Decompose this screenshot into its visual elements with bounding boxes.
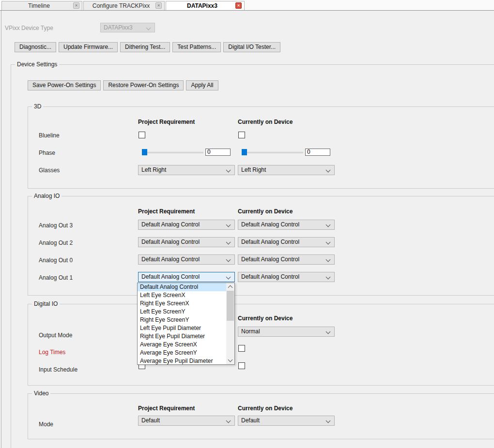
- diagnostic-button[interactable]: Diagnostic...: [15, 42, 56, 52]
- analog-io-section-title: Analog IO: [32, 193, 62, 199]
- chevron-down-icon: [226, 240, 231, 245]
- vpixx-device-type-select: DATAPixx3: [100, 23, 155, 32]
- 3d-section-title: 3D: [32, 103, 43, 110]
- chevron-down-icon: [226, 223, 231, 227]
- phase-project-slider-handle[interactable]: [142, 149, 147, 155]
- digital-io-section-title: Digital IO: [32, 300, 60, 307]
- analog-out-1-dropdown-list: Default Analog Control Left Eye ScreenX …: [137, 283, 235, 365]
- tab-bar: Timeline ✕ Configure TRACKPixx ✕ DATAPix…: [0, 0, 494, 11]
- tab-configure-trackpixx[interactable]: Configure TRACKPixx ✕: [83, 1, 165, 10]
- glasses-project-select[interactable]: Left Right: [138, 165, 235, 175]
- video-mode-label: Mode: [39, 421, 53, 428]
- test-patterns-button[interactable]: Test Patterns...: [172, 42, 221, 52]
- analog-out-3-device-select[interactable]: Default Analog Control: [238, 220, 335, 230]
- output-mode-device-value: Normal: [241, 328, 260, 335]
- chevron-down-icon: [326, 168, 331, 173]
- glasses-device-value: Left Right: [241, 166, 266, 173]
- chevron-down-icon: [326, 223, 331, 227]
- chevron-down-icon: [326, 257, 331, 262]
- chevron-down-icon: [326, 240, 331, 245]
- video-mode-device-value: Default: [241, 417, 260, 424]
- dropdown-option[interactable]: Left Eye ScreenX: [138, 291, 226, 299]
- analog-out-0-project-select[interactable]: Default Analog Control: [138, 254, 235, 265]
- analog-out-0-project-value: Default Analog Control: [141, 256, 200, 263]
- blueline-label: Blueline: [39, 132, 60, 139]
- input-schedule-label: Input Schedule: [39, 366, 77, 373]
- blueline-device-checkbox[interactable]: [238, 132, 245, 138]
- analog-out-1-project-value: Default Analog Control: [141, 273, 200, 280]
- chevron-down-icon: [226, 168, 231, 173]
- glasses-device-select[interactable]: Left Right: [238, 165, 335, 175]
- analog-out-0-device-value: Default Analog Control: [241, 256, 299, 263]
- video-mode-project-select[interactable]: Default: [138, 416, 235, 426]
- tab-timeline[interactable]: Timeline ✕: [1, 1, 82, 10]
- video-project-requirement-header: Project Requirement: [138, 405, 195, 412]
- phase-device-value-input[interactable]: 0: [305, 149, 330, 156]
- analog-out-1-project-select[interactable]: Default Analog Control: [138, 272, 235, 282]
- dropdown-option[interactable]: Left Eye Pupil Diameter: [138, 324, 226, 332]
- phase-device-slider-track[interactable]: [242, 151, 303, 153]
- power-on-actions: Save Power-On Settings Restore Power-On …: [28, 80, 218, 90]
- scroll-up-icon[interactable]: [228, 285, 233, 290]
- dropdown-option[interactable]: Right Eye ScreenY: [138, 316, 226, 324]
- analog-out-3-project-value: Default Analog Control: [141, 221, 200, 228]
- tab-timeline-close-icon[interactable]: ✕: [73, 2, 79, 9]
- analog-out-2-device-value: Default Analog Control: [241, 239, 299, 245]
- save-power-on-settings-button[interactable]: Save Power-On Settings: [28, 80, 101, 90]
- analog-out-2-project-select[interactable]: Default Analog Control: [138, 237, 235, 247]
- dropdown-option[interactable]: Average Eye ScreenX: [138, 341, 226, 349]
- output-mode-device-select[interactable]: Normal: [238, 327, 335, 337]
- digital-currently-on-device-header: Currently on Device: [238, 315, 293, 322]
- apply-all-button[interactable]: Apply All: [186, 80, 218, 90]
- restore-power-on-settings-button[interactable]: Restore Power-On Settings: [103, 80, 184, 90]
- scroll-down-icon[interactable]: [228, 358, 233, 362]
- output-mode-label: Output Mode: [39, 332, 72, 339]
- log-times-device-checkbox[interactable]: [238, 345, 245, 352]
- dithering-test-button[interactable]: Dithering Test...: [120, 42, 170, 52]
- phase-project-slider-track[interactable]: [142, 151, 203, 153]
- dropdown-option[interactable]: Average Eye Pupil Diameter: [138, 357, 226, 365]
- dropdown-scrollbar[interactable]: [226, 283, 234, 364]
- phase-project-value-input[interactable]: 0: [205, 149, 231, 156]
- chevron-down-icon: [226, 257, 231, 262]
- tab-datapixx3[interactable]: DATAPixx3 ✕: [166, 1, 245, 10]
- phase-label: Phase: [39, 149, 55, 156]
- analog-out-2-device-select[interactable]: Default Analog Control: [238, 237, 335, 247]
- dropdown-option[interactable]: Default Analog Control: [138, 283, 226, 291]
- video-mode-project-value: Default: [141, 417, 160, 424]
- scrollbar-thumb[interactable]: [227, 291, 234, 321]
- datapixx-settings-window: Timeline ✕ Configure TRACKPixx ✕ DATAPix…: [0, 0, 494, 448]
- tab-configure-trackpixx-close-icon[interactable]: ✕: [155, 2, 162, 9]
- toolbar: Diagnostic... Update Firmware... Ditheri…: [15, 42, 280, 52]
- phase-device-slider-handle[interactable]: [242, 149, 247, 155]
- chevron-down-icon: [146, 26, 151, 30]
- dropdown-option[interactable]: Right Eye ScreenX: [138, 299, 226, 308]
- analog-out-1-label: Analog Out 1: [39, 274, 73, 281]
- dropdown-option[interactable]: Right Eye Pupil Diameter: [138, 332, 226, 341]
- analog-out-2-project-value: Default Analog Control: [141, 239, 200, 245]
- analog-out-3-device-value: Default Analog Control: [241, 221, 299, 228]
- tab-datapixx3-close-icon[interactable]: ✕: [235, 2, 242, 9]
- video-currently-on-device-header: Currently on Device: [238, 405, 293, 412]
- input-schedule-device-checkbox[interactable]: [238, 362, 245, 369]
- analog-currently-on-device-header: Currently on Device: [238, 208, 293, 215]
- digital-io-tester-button[interactable]: Digital I/O Tester...: [223, 42, 280, 52]
- analog-out-2-label: Analog Out 2: [39, 239, 73, 246]
- vpixx-device-type-value: DATAPixx3: [104, 24, 133, 31]
- blueline-project-checkbox[interactable]: [139, 132, 145, 138]
- tab-datapixx3-label: DATAPixx3: [184, 2, 226, 9]
- analog-out-3-label: Analog Out 3: [39, 222, 73, 229]
- dropdown-option[interactable]: Left Eye ScreenY: [138, 308, 226, 316]
- video-mode-device-select[interactable]: Default: [238, 416, 335, 426]
- analog-out-3-project-select[interactable]: Default Analog Control: [138, 220, 235, 230]
- analog-out-1-device-select[interactable]: Default Analog Control: [238, 272, 335, 282]
- update-firmware-button[interactable]: Update Firmware...: [59, 42, 118, 52]
- chevron-down-icon: [226, 418, 231, 423]
- dropdown-option[interactable]: Average Eye ScreenY: [138, 349, 226, 357]
- content-left-border: [1, 11, 1, 448]
- analog-out-0-device-select[interactable]: Default Analog Control: [238, 254, 335, 265]
- device-settings-title: Device Settings: [15, 61, 59, 68]
- glasses-label: Glasses: [39, 167, 60, 174]
- analog-project-requirement-header: Project Requirement: [138, 208, 195, 215]
- log-times-label: Log Times: [39, 349, 65, 356]
